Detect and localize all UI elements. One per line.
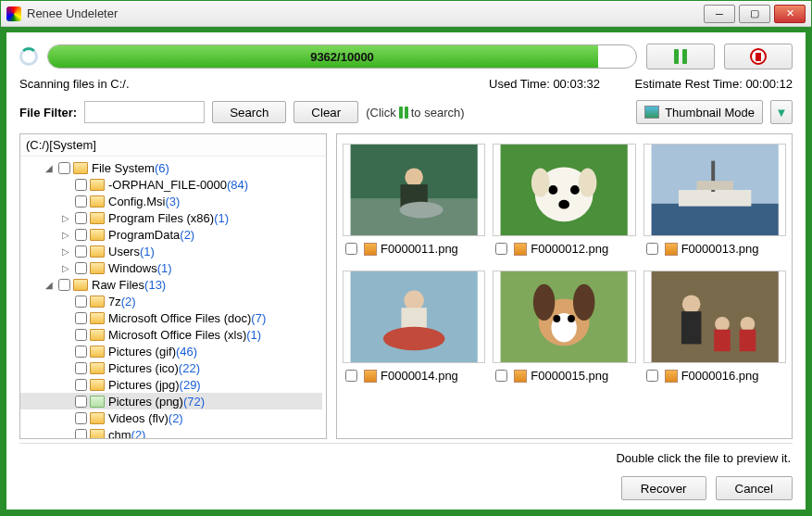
node-count: (3)	[165, 195, 180, 208]
tree-node[interactable]: Pictures (png) (72)	[20, 393, 322, 409]
recover-button[interactable]: Recover	[621, 476, 706, 500]
tree-node[interactable]: ▷Users (1)	[20, 243, 322, 259]
file-icon	[665, 370, 678, 383]
tree-node[interactable]: Pictures (ico) (22)	[20, 359, 322, 376]
tree-node[interactable]: ▷Program Files (x86) (1)	[20, 209, 322, 226]
node-count: (46)	[176, 345, 197, 359]
node-checkbox[interactable]	[75, 296, 87, 308]
thumbnail-checkbox[interactable]	[495, 243, 507, 255]
node-count: (84)	[227, 178, 248, 192]
thumbnail-checkbox[interactable]	[495, 370, 507, 382]
node-checkbox[interactable]	[58, 279, 70, 291]
node-checkbox[interactable]	[75, 412, 87, 424]
node-checkbox[interactable]	[75, 379, 87, 391]
thumbnail-image[interactable]	[343, 144, 485, 236]
node-label: ProgramData	[108, 228, 180, 242]
thumbnail-checkbox[interactable]	[345, 243, 357, 255]
view-dropdown-button[interactable]: ▼	[770, 100, 793, 124]
thumbnail-image[interactable]	[643, 271, 786, 363]
node-checkbox[interactable]	[75, 362, 87, 374]
maximize-button[interactable]: ▢	[739, 5, 770, 23]
tree-node[interactable]: Pictures (gif) (46)	[20, 343, 322, 359]
thumbnail-mode-button[interactable]: Thumbnail Mode	[636, 100, 763, 124]
toggle-icon[interactable]: ▷	[59, 230, 72, 240]
tree-node[interactable]: -ORPHAN_FILE-0000 (84)	[20, 176, 322, 193]
stop-button[interactable]	[724, 44, 793, 69]
node-label: Pictures (png)	[108, 395, 183, 409]
pause-icon	[674, 49, 687, 64]
thumbnail-checkbox[interactable]	[345, 370, 357, 382]
tree-body[interactable]: ◢File System (6)-ORPHAN_FILE-0000 (84)Co…	[20, 157, 326, 438]
folder-icon	[90, 262, 105, 274]
toggle-icon[interactable]: ◢	[43, 163, 56, 173]
node-checkbox[interactable]	[75, 346, 87, 358]
thumbnail-checkbox[interactable]	[646, 243, 658, 255]
node-checkbox[interactable]	[58, 162, 70, 174]
tree-node[interactable]: Config.Msi (3)	[20, 193, 322, 209]
thumbnail-item[interactable]: F0000015.png	[493, 271, 635, 383]
toggle-icon[interactable]: ▷	[59, 213, 72, 223]
svg-point-20	[383, 327, 445, 350]
thumbnail-item[interactable]: F0000011.png	[343, 144, 485, 256]
svg-point-9	[559, 200, 570, 209]
tree-root: (C:/)[System]	[20, 134, 326, 157]
thumbnail-item[interactable]: F0000013.png	[643, 144, 786, 256]
thumbnail-item[interactable]: F0000014.png	[343, 271, 485, 383]
toggle-icon[interactable]: ◢	[43, 280, 56, 290]
thumbnail-image[interactable]	[493, 144, 635, 236]
thumbnail-checkbox[interactable]	[646, 370, 658, 382]
node-count: (1)	[214, 211, 229, 225]
node-checkbox[interactable]	[75, 262, 87, 274]
toggle-icon[interactable]: ▷	[59, 246, 72, 257]
node-checkbox[interactable]	[75, 212, 87, 224]
node-label: Program Files (x86)	[108, 211, 214, 225]
close-button[interactable]: ✕	[774, 5, 806, 23]
thumbnail-image[interactable]	[643, 144, 786, 236]
tree-node[interactable]: Microsoft Office Files (xls) (1)	[20, 326, 322, 343]
tree-panel: (C:/)[System] ◢File System (6)-ORPHAN_FI…	[19, 133, 327, 439]
file-icon	[514, 243, 527, 256]
svg-point-26	[554, 315, 561, 322]
tree-node[interactable]: chm (2)	[20, 426, 322, 438]
tree-node[interactable]: ◢File System (6)	[20, 159, 322, 176]
node-label: Videos (flv)	[108, 411, 169, 425]
node-checkbox[interactable]	[75, 312, 87, 324]
node-checkbox[interactable]	[75, 195, 87, 208]
tree-node[interactable]: ▷ProgramData (2)	[20, 226, 322, 243]
clear-button[interactable]: Clear	[294, 101, 358, 123]
node-checkbox[interactable]	[75, 179, 87, 191]
node-checkbox[interactable]	[75, 245, 87, 258]
minimize-button[interactable]: ─	[704, 5, 735, 23]
folder-icon	[90, 312, 105, 324]
node-count: (1)	[157, 261, 172, 275]
tree-node[interactable]: ▷Windows (1)	[20, 259, 322, 276]
tree-node[interactable]: ◢Raw Files (13)	[20, 276, 322, 293]
window-title: Renee Undeleter	[27, 6, 704, 20]
filter-input[interactable]	[84, 101, 205, 123]
node-checkbox[interactable]	[75, 329, 87, 341]
thumbnail-image[interactable]	[343, 271, 485, 363]
tree-node[interactable]: Microsoft Office Files (doc) (7)	[20, 309, 322, 326]
thumbnail-image[interactable]	[493, 271, 635, 363]
node-checkbox[interactable]	[75, 396, 87, 408]
tree-node[interactable]: 7z (2)	[20, 293, 322, 309]
search-button[interactable]: Search	[212, 101, 286, 123]
pause-button[interactable]	[646, 44, 715, 69]
thumbnail-item[interactable]: F0000016.png	[643, 271, 786, 383]
picture-icon	[644, 106, 659, 119]
node-checkbox[interactable]	[75, 429, 87, 439]
node-label: 7z	[108, 295, 121, 308]
toggle-icon[interactable]: ▷	[59, 263, 72, 273]
thumbnail-filename: F0000013.png	[681, 242, 759, 256]
app-icon	[6, 6, 21, 21]
cancel-button[interactable]: Cancel	[716, 476, 793, 500]
used-time: Used Time: 00:03:32	[431, 77, 617, 91]
tree-node[interactable]: Videos (flv) (2)	[20, 409, 322, 426]
thumbnail-item[interactable]: F0000012.png	[493, 144, 635, 256]
tree-node[interactable]: Pictures (jpg) (29)	[20, 376, 322, 393]
node-count: (1)	[246, 328, 261, 342]
node-count: (22)	[179, 361, 200, 375]
node-checkbox[interactable]	[75, 229, 87, 241]
thumbnail-panel[interactable]: F0000011.pngF0000012.pngF0000013.pngF000…	[336, 133, 793, 439]
svg-rect-34	[739, 330, 756, 352]
